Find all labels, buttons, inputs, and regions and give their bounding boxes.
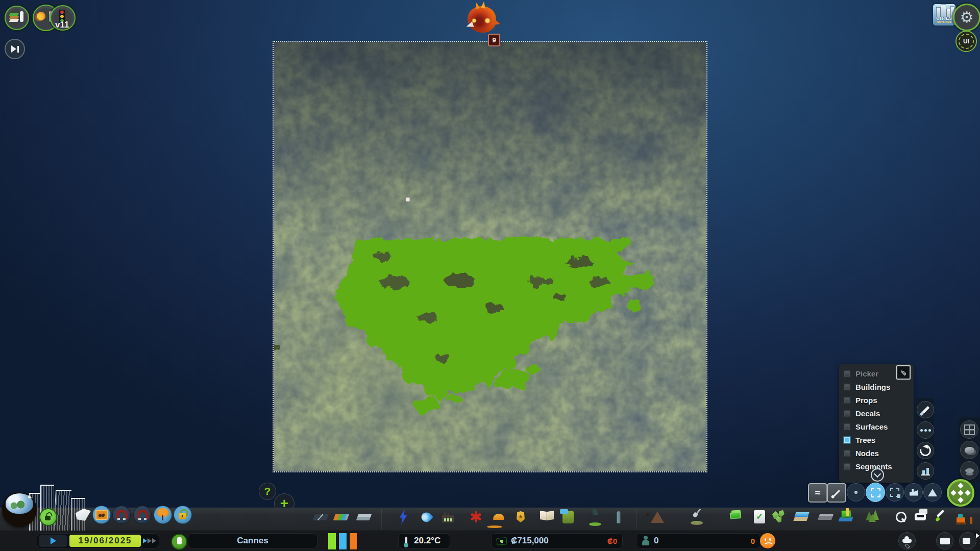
person-head	[644, 536, 648, 540]
pencil-picker-button[interactable]: ✎	[896, 365, 911, 380]
panel-row-segments[interactable]: Segments	[843, 460, 892, 473]
toolbar-landscaping-button[interactable]	[648, 507, 667, 527]
refresh-button[interactable]	[917, 442, 934, 459]
eyedropper-icon	[921, 406, 929, 414]
toolbar-water-surface-button[interactable]	[793, 507, 812, 527]
toolbar-industry-button[interactable]	[438, 507, 458, 527]
vehicle-icon	[915, 513, 926, 520]
checkbox-decals[interactable]	[843, 410, 851, 417]
toolbar-fire-button[interactable]	[489, 507, 508, 527]
budget-value: ₡715,000	[511, 536, 549, 546]
toolbar-zoning-button[interactable]	[331, 507, 351, 527]
toolbar-healthcare-button[interactable]	[466, 507, 485, 527]
dot-mode-button[interactable]	[847, 483, 865, 502]
toolbar-pavement-button[interactable]	[816, 507, 835, 527]
happiness-face-icon[interactable]	[760, 533, 775, 548]
weather-button[interactable]	[898, 532, 916, 549]
population-display[interactable]: 0 0	[636, 533, 761, 548]
budget-display[interactable]: ₡715,000 ₡0	[491, 533, 623, 548]
toolbar-picker-button[interactable]	[932, 507, 951, 527]
residential-demand-bar[interactable]	[328, 533, 336, 550]
play-button[interactable]	[39, 535, 67, 547]
padlock-button[interactable]	[174, 506, 192, 524]
panel-collapse-button[interactable]	[871, 468, 884, 482]
toolbar-search-button[interactable]	[891, 507, 911, 527]
toolbar-education-button[interactable]	[537, 507, 557, 527]
triangle-mode-button[interactable]	[923, 483, 942, 502]
ui-toggle-button[interactable]: UI	[955, 31, 977, 52]
settings-button[interactable]: ⚙	[953, 4, 980, 31]
toolbar-parks-button[interactable]: ♞	[589, 507, 608, 527]
map-area[interactable]	[273, 41, 707, 472]
checkbox-trees[interactable]	[843, 436, 851, 444]
cinematic-camera-button[interactable]	[936, 532, 953, 549]
screenshot-button[interactable]	[92, 506, 111, 524]
panel-row-trees[interactable]: Trees	[843, 434, 875, 446]
toolbar-roads-button[interactable]	[311, 507, 330, 527]
refresh-icon	[918, 443, 933, 458]
unlock-badge[interactable]	[39, 508, 57, 526]
grid-view-button[interactable]	[960, 420, 978, 439]
magnet-icon	[116, 510, 128, 519]
copy-selection-button[interactable]	[886, 483, 904, 502]
move-left	[950, 490, 956, 495]
play-next-button[interactable]	[5, 39, 25, 59]
video-camera-button[interactable]	[959, 532, 976, 549]
panel-row-props[interactable]: Props	[843, 394, 877, 407]
face-frown	[764, 542, 774, 549]
toolbar-electricity-button[interactable]	[394, 507, 413, 527]
checkbox-buildings[interactable]	[843, 383, 851, 391]
checkbox-nodes[interactable]	[843, 449, 851, 457]
commercial-demand-bar[interactable]	[338, 533, 347, 550]
panel-row-decals[interactable]: Decals	[843, 407, 880, 420]
toolbar-terraform-button[interactable]	[690, 507, 709, 527]
toolbar-policies-button[interactable]: ✓	[750, 507, 769, 527]
export-building-button[interactable]	[904, 483, 923, 502]
help-button[interactable]: ?	[259, 483, 276, 500]
bird-beak	[465, 21, 474, 29]
checkbox-picker[interactable]	[843, 370, 851, 378]
page-sheet-button[interactable]	[75, 506, 92, 523]
toolbar-bulldozer-button[interactable]	[954, 507, 973, 527]
waves-tool-button[interactable]: ≈	[808, 483, 827, 503]
panel-row-picker[interactable]: Picker	[843, 367, 878, 380]
autumn-tree-button[interactable]	[154, 506, 172, 524]
toolbar-police-button[interactable]: ★	[511, 507, 530, 527]
selection-square-button[interactable]	[866, 483, 885, 502]
magnet-button[interactable]	[112, 506, 131, 524]
speed-control[interactable]	[143, 536, 157, 546]
panel-row-buildings[interactable]: Buildings	[843, 381, 890, 393]
more-options-button[interactable]	[917, 421, 934, 439]
statistics-button[interactable]	[917, 462, 934, 480]
toolbar-districts-button[interactable]	[354, 507, 374, 527]
cities-skylines-logo[interactable]: CITIES SKYLINES	[933, 4, 955, 26]
mod-button-content-stack[interactable]	[5, 6, 29, 30]
checkbox-segments[interactable]	[843, 463, 851, 470]
lasso-tool-button[interactable]	[827, 483, 846, 503]
eyedropper-tool-button[interactable]	[917, 401, 934, 418]
toolbar-economy-button[interactable]	[728, 507, 747, 527]
toolbar-resources-button[interactable]	[770, 507, 790, 527]
sim-toggle-button[interactable]	[171, 534, 187, 550]
tile-base	[793, 516, 808, 521]
checkbox-surfaces[interactable]	[843, 423, 851, 431]
toolbar-traffic-button[interactable]	[913, 507, 933, 527]
toolbar-transport-button[interactable]	[558, 507, 578, 527]
chirper-badge[interactable]: 9	[488, 34, 500, 46]
lens-stack-button[interactable]	[960, 461, 978, 480]
paint-roller-button[interactable]	[960, 441, 978, 459]
panel-row-surfaces[interactable]: Surfaces	[843, 420, 888, 433]
globe-menu-button[interactable]	[2, 492, 37, 527]
industrial-demand-bar[interactable]	[349, 533, 358, 550]
city-name-field[interactable]: Cannes	[188, 533, 317, 548]
move-it-tool-button[interactable]	[947, 479, 974, 507]
checkbox-props[interactable]	[843, 396, 851, 404]
panel-row-nodes[interactable]: Nodes	[843, 447, 879, 460]
map-building-marker[interactable]	[406, 197, 410, 202]
toolbar-assets-money-button[interactable]	[838, 507, 857, 527]
magnet-button[interactable]	[133, 506, 152, 524]
toolbar-forest-brush-button[interactable]	[864, 507, 884, 527]
chirper-button[interactable]	[468, 6, 496, 33]
toolbar-monuments-button[interactable]	[609, 507, 628, 527]
toolbar-water-button[interactable]	[416, 507, 436, 527]
